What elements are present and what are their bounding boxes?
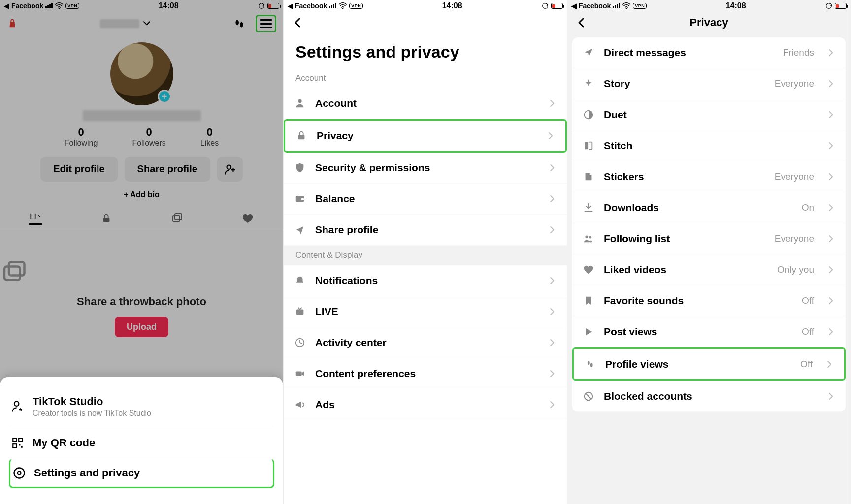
page-title: Privacy: [567, 16, 851, 29]
tab-private[interactable]: [100, 212, 113, 225]
back-to-app-indicator[interactable]: ◀ Facebook: [4, 2, 43, 10]
row-blocked-accounts[interactable]: Blocked accounts: [572, 381, 846, 412]
row-story[interactable]: Story Everyone: [572, 68, 846, 99]
section-account: Account: [284, 73, 567, 88]
battery-icon: [551, 3, 563, 9]
back-to-app-indicator[interactable]: ◀ Facebook: [571, 2, 611, 10]
row-post-views[interactable]: Post views Off: [572, 316, 846, 347]
sticker-icon: [582, 170, 595, 183]
orientation-lock-icon: [825, 2, 833, 10]
row-share-profile[interactable]: Share profile: [284, 215, 567, 246]
username-blurred: [100, 19, 139, 28]
menu-button[interactable]: [256, 15, 276, 32]
row-downloads[interactable]: Downloads On: [572, 192, 846, 223]
row-liked-videos[interactable]: Liked videos Only you: [572, 254, 846, 285]
screen-privacy: ◀ Facebook VPN 14:08 Privacy Direct mess…: [567, 0, 851, 504]
add-avatar-button[interactable]: +: [158, 90, 171, 103]
profile-stats: 0 Following 0 Followers 0 Likes: [0, 126, 283, 148]
stat-likes[interactable]: 0 Likes: [200, 126, 219, 148]
clock-icon: [294, 336, 306, 349]
row-following-list[interactable]: Following list Everyone: [572, 223, 846, 254]
play-icon: [582, 325, 595, 338]
chevron-right-icon: [827, 110, 836, 119]
wifi-icon: [55, 1, 64, 10]
status-time: 14:08: [726, 1, 746, 10]
empty-state-title: Share a throwback photo: [0, 295, 283, 308]
chevron-right-icon: [827, 265, 836, 274]
chevron-right-icon: [548, 194, 557, 203]
edit-profile-button[interactable]: Edit profile: [40, 157, 117, 182]
vpn-badge: VPN: [349, 3, 363, 9]
orientation-lock-icon: [258, 2, 265, 10]
hamburger-icon: [260, 19, 272, 28]
row-direct-messages[interactable]: Direct messages Friends: [572, 37, 846, 68]
back-to-app-indicator[interactable]: ◀ Facebook: [288, 2, 327, 10]
chevron-right-icon: [548, 225, 557, 234]
status-bar: ◀ Facebook VPN 14:08: [567, 0, 851, 12]
row-content-preferences[interactable]: Content preferences: [284, 358, 567, 389]
heart-icon: [582, 263, 595, 276]
row-live[interactable]: LIVE: [284, 296, 567, 327]
profile-tabs: [0, 212, 283, 230]
row-stitch[interactable]: Stitch: [572, 130, 846, 161]
row-ads[interactable]: Ads: [284, 389, 567, 420]
back-button[interactable]: [573, 15, 589, 31]
cellular-signal-icon: [45, 3, 53, 8]
chevron-right-icon: [548, 338, 557, 347]
stat-following[interactable]: 0 Following: [65, 126, 98, 148]
wifi-icon: [338, 1, 347, 10]
shop-icon[interactable]: [7, 17, 18, 30]
back-button[interactable]: [290, 15, 305, 31]
tab-reposts[interactable]: [170, 212, 183, 225]
add-friend-icon: [224, 163, 236, 176]
row-activity-center[interactable]: Activity center: [284, 327, 567, 358]
people-icon: [582, 232, 595, 245]
share-icon: [294, 223, 306, 236]
stat-followers[interactable]: 0 Followers: [132, 126, 165, 148]
video-icon: [294, 367, 306, 380]
tab-grid[interactable]: [29, 212, 42, 225]
vpn-badge: VPN: [633, 3, 647, 9]
tab-liked[interactable]: [241, 212, 254, 225]
status-bar: ◀ Facebook VPN 14:08: [284, 0, 567, 12]
screen-profile: ◀ Facebook VPN 14:08 + 0 Fo: [0, 0, 284, 504]
chevron-right-icon: [827, 79, 836, 88]
footprints-icon[interactable]: [233, 17, 246, 30]
bell-icon: [294, 274, 306, 287]
wallet-icon: [294, 192, 306, 205]
cellular-signal-icon: [613, 3, 620, 8]
row-privacy[interactable]: Privacy: [284, 119, 567, 153]
empty-photos-icon: [0, 260, 283, 286]
row-account[interactable]: Account: [284, 88, 567, 119]
vpn-badge: VPN: [65, 3, 79, 9]
avatar[interactable]: +: [110, 42, 173, 105]
row-balance[interactable]: Balance: [284, 184, 567, 215]
row-notifications[interactable]: Notifications: [284, 265, 567, 296]
add-bio-button[interactable]: + Add bio: [0, 190, 283, 199]
sparkle-icon: [582, 77, 595, 90]
username-dropdown[interactable]: [100, 19, 151, 28]
chevron-right-icon: [548, 369, 557, 378]
row-stickers[interactable]: Stickers Everyone: [572, 161, 846, 192]
status-time: 14:08: [442, 1, 462, 10]
row-favorite-sounds[interactable]: Favorite sounds Off: [572, 285, 846, 316]
chevron-down-icon: [142, 19, 151, 28]
battery-icon: [835, 3, 847, 9]
download-icon: [582, 201, 595, 214]
megaphone-icon: [294, 398, 306, 411]
status-time: 14:08: [159, 1, 179, 10]
upload-button[interactable]: Upload: [115, 317, 168, 337]
share-profile-button[interactable]: Share profile: [125, 157, 210, 182]
row-profile-views[interactable]: Profile views Off: [572, 347, 846, 381]
row-security[interactable]: Security & permissions: [284, 153, 567, 184]
add-friends-button[interactable]: [217, 157, 243, 182]
sheet-settings-privacy[interactable]: Settings and privacy: [9, 459, 274, 488]
footprints-icon: [584, 358, 596, 371]
duet-icon: [582, 108, 595, 121]
sheet-tiktok-studio[interactable]: TikTok Studio Creator tools is now TikTo…: [9, 386, 274, 427]
sheet-qr-code[interactable]: My QR code: [9, 427, 274, 459]
cellular-signal-icon: [329, 3, 336, 8]
row-duet[interactable]: Duet: [572, 99, 846, 130]
person-icon: [294, 97, 306, 110]
chevron-right-icon: [827, 327, 836, 336]
